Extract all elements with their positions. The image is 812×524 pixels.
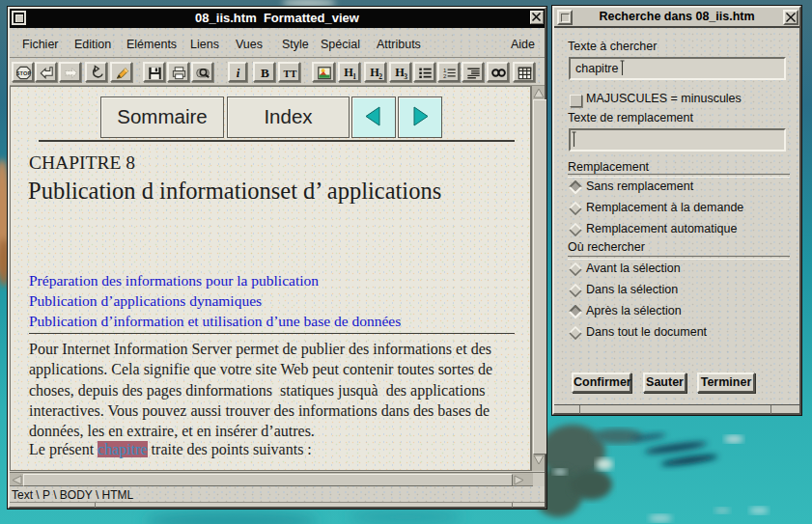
svg-text:i: i <box>237 67 240 80</box>
svg-text:B: B <box>261 66 269 80</box>
svg-text:2: 2 <box>443 72 447 79</box>
svg-text:STOP: STOP <box>16 70 32 76</box>
svg-text:3: 3 <box>404 72 407 81</box>
svg-text:TT: TT <box>284 69 297 79</box>
svg-text:2: 2 <box>378 72 382 81</box>
svg-text:1: 1 <box>352 72 356 81</box>
